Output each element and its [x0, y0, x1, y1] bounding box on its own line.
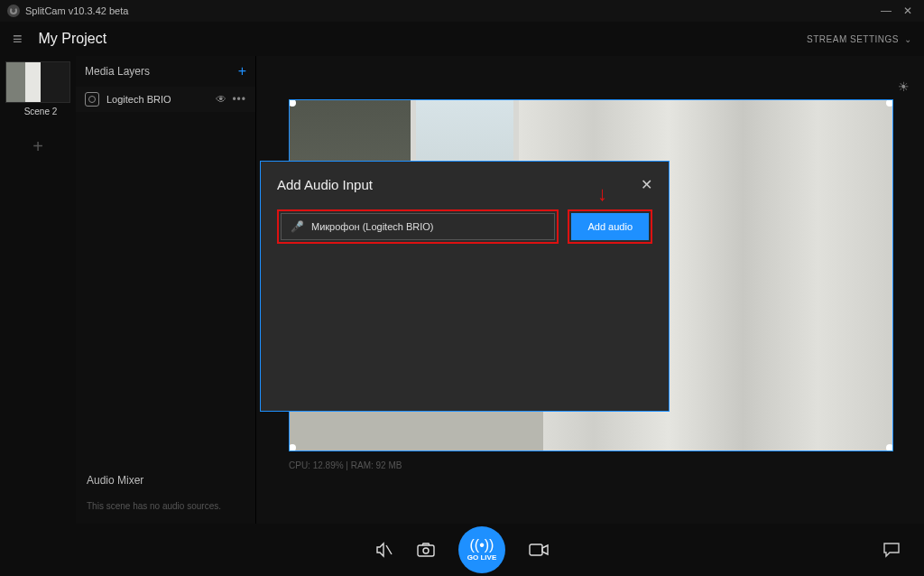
- resize-handle-tr[interactable]: [886, 99, 893, 107]
- add-scene-button[interactable]: +: [5, 125, 70, 167]
- audio-mixer-empty-text: This scene has no audio sources.: [76, 496, 255, 524]
- resize-handle-bl[interactable]: [289, 444, 296, 451]
- resize-handle-br[interactable]: [886, 444, 893, 451]
- svg-rect-1: [418, 545, 434, 556]
- chat-icon[interactable]: [882, 542, 901, 558]
- app-name: SplitCam v10.3.42 beta: [25, 5, 128, 16]
- layers-heading-row: Media Layers +: [76, 56, 255, 87]
- add-audio-input-dialog: Add Audio Input ✕ 🎤 Микрофон (Logitech B…: [260, 161, 670, 412]
- go-live-button[interactable]: ((•)) GO LIVE: [458, 526, 505, 573]
- stream-settings-button[interactable]: STREAM SETTINGS: [807, 34, 899, 44]
- audio-mixer-heading: Audio Mixer: [76, 465, 255, 496]
- mute-icon[interactable]: [375, 542, 393, 558]
- audio-device-value: Микрофон (Logitech BRIO): [311, 221, 434, 232]
- layers-heading: Media Layers: [85, 65, 150, 78]
- layers-panel: Media Layers + Logitech BRIO 👁 ••• Audio…: [76, 56, 256, 524]
- resize-handle-tl[interactable]: [289, 99, 296, 107]
- go-live-label: GO LIVE: [467, 553, 496, 562]
- record-icon[interactable]: [529, 543, 549, 556]
- svg-point-2: [423, 548, 429, 553]
- dialog-close-button[interactable]: ✕: [641, 176, 652, 193]
- visibility-toggle-icon[interactable]: 👁: [216, 93, 226, 106]
- brightness-icon[interactable]: ☀: [898, 79, 910, 94]
- audio-device-select[interactable]: 🎤 Микрофон (Logitech BRIO): [281, 213, 555, 240]
- layer-item-label: Logitech BRIO: [106, 94, 171, 105]
- bottom-bar: ((•)) GO LIVE: [0, 524, 924, 576]
- scene-label: Scene 2: [5, 107, 76, 116]
- add-audio-button-highlight: Add audio: [568, 209, 652, 244]
- window-minimize-button[interactable]: —: [877, 5, 895, 17]
- chevron-down-icon[interactable]: ⌄: [904, 34, 911, 44]
- window-close-button[interactable]: ✕: [899, 5, 917, 17]
- audio-device-field-highlight: 🎤 Микрофон (Logitech BRIO): [277, 209, 559, 244]
- add-layer-button[interactable]: +: [238, 63, 246, 79]
- microphone-icon: 🎤: [291, 220, 304, 233]
- layer-item[interactable]: Logitech BRIO 👁 •••: [76, 87, 255, 112]
- scenes-panel: Scene 2 +: [0, 56, 76, 524]
- add-audio-button[interactable]: Add audio: [571, 213, 649, 240]
- scene-thumbnail[interactable]: [5, 61, 70, 103]
- svg-rect-3: [530, 544, 542, 555]
- layer-more-icon[interactable]: •••: [232, 93, 246, 106]
- project-title: My Project: [39, 31, 107, 47]
- camera-icon: [85, 92, 99, 107]
- titlebar: SplitCam v10.3.42 beta — ✕: [0, 0, 924, 22]
- snapshot-icon[interactable]: [417, 543, 435, 557]
- svg-line-0: [386, 545, 392, 554]
- app-logo-icon: [7, 5, 20, 17]
- broadcast-icon: ((•)): [470, 538, 494, 553]
- status-text: CPU: 12.89% | RAM: 92 MB: [289, 460, 402, 470]
- header: ≡ My Project STREAM SETTINGS ⌄: [0, 22, 924, 56]
- dialog-title: Add Audio Input: [277, 177, 373, 192]
- hamburger-menu-icon[interactable]: ≡: [13, 30, 23, 49]
